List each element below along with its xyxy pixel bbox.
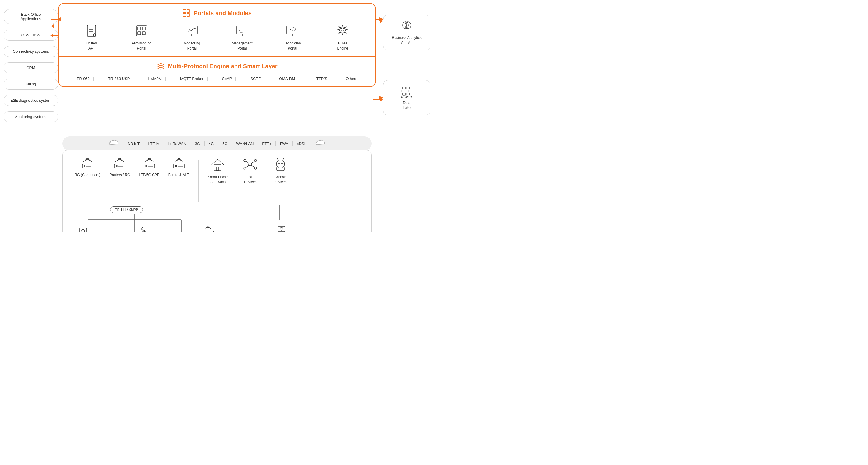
sensors-right-icon (277, 224, 286, 232)
femto-mifi-icon (171, 158, 187, 170)
svg-rect-12 (183, 10, 186, 12)
portal-unified-api: Unified API (68, 23, 115, 51)
connection-lines-svg (81, 205, 258, 232)
svg-point-64 (244, 167, 246, 169)
svg-point-72 (281, 163, 283, 164)
portals-title: Portals and Modules (68, 9, 366, 17)
svg-line-66 (246, 161, 249, 163)
svg-rect-36 (287, 26, 298, 34)
management-label: Management Portal (232, 41, 253, 51)
svg-line-67 (251, 161, 254, 163)
iot-devices-label: IoTDevices (244, 175, 257, 185)
svg-line-69 (251, 165, 254, 167)
cloud-right-icon (315, 139, 326, 148)
sidebar-billing: Billing (4, 78, 58, 90)
protocol-scef: SCEF (247, 76, 265, 81)
iot-icon (243, 158, 258, 172)
svg-line-74 (283, 158, 284, 160)
device-routers-rg: Routers / RG (109, 158, 130, 177)
diagram-container: Back-Office Applications OSS / BSS Conne… (0, 0, 434, 232)
data-lake-box: 1 0 1 0 1 0 1 0 1 Data Lake (383, 80, 430, 115)
svg-line-73 (277, 158, 278, 160)
svg-point-8 (406, 25, 407, 26)
portal-provisioning: Provisioning Portal (118, 23, 165, 51)
lte-cpe-label: LTE/5G CPE (139, 173, 159, 177)
protocol-http-s: HTTP/S (310, 76, 331, 81)
devices-divider (198, 160, 199, 202)
svg-point-19 (93, 34, 96, 36)
svg-point-65 (254, 167, 257, 169)
rules-engine-icon (335, 23, 350, 38)
svg-point-62 (244, 159, 246, 162)
data-lake-label: Data Lake (389, 101, 425, 111)
svg-rect-94 (278, 226, 285, 232)
sidebar-crm: CRM (4, 62, 58, 73)
protocol-mqtt-broker: MQTT Broker (177, 76, 208, 81)
svg-rect-24 (143, 32, 146, 35)
connectivity-5g: 5G (218, 141, 232, 146)
portals-icons-row: Unified API Provisioning Portal (68, 23, 366, 51)
smart-home-label: Smart HomeGateways (208, 175, 228, 185)
svg-point-71 (278, 163, 280, 164)
svg-rect-21 (138, 27, 141, 30)
smart-home-icon (210, 158, 225, 172)
protocol-others: Others (342, 76, 361, 81)
business-analytics-label: Business Analytics AI / ML (389, 35, 425, 45)
rules-engine-label: Rules Engine (337, 41, 348, 51)
provisioning-label: Provisioning Portal (132, 41, 151, 51)
android-devices-label: Androiddevices (274, 175, 286, 185)
unified-api-icon (84, 23, 99, 38)
arrow-oss-bss (51, 34, 59, 37)
connectivity-fttx: FTTx (258, 141, 276, 146)
connectivity-xdsl: xDSL (293, 141, 311, 146)
connectivity-lorawan: LoRaWAN (164, 141, 191, 146)
portals-section: Portals and Modules (59, 4, 375, 57)
connectivity-wan-lan: WAN/LAN (232, 141, 258, 146)
device-femto-mifi: Femto & MiFi (168, 158, 189, 177)
right-sub-devices: Devices& Sensors (271, 205, 289, 232)
svg-rect-14 (183, 14, 186, 16)
protocol-oma-dm: OMA-DM (276, 76, 299, 81)
sidebar-oss-bss: OSS / BSS (4, 30, 58, 41)
portal-monitoring: Monitoring Portal (168, 23, 216, 51)
management-icon: >_ (235, 23, 250, 38)
svg-rect-75 (277, 167, 284, 170)
svg-point-52 (146, 165, 147, 167)
portal-management: >_ Management Portal (218, 23, 266, 51)
svg-rect-25 (186, 26, 197, 34)
svg-text:>_: >_ (238, 29, 243, 33)
lte-cpe-icon (142, 158, 157, 170)
svg-point-56 (176, 165, 177, 167)
arrow-business-analytics (373, 19, 383, 23)
protocol-lwm2m: LwM2M (145, 76, 166, 81)
svg-point-95 (280, 228, 283, 230)
sidebar-back-office: Back-Office Applications (4, 9, 58, 24)
sub-devices-area: TR-111 / XMPP Devices& Sensors (74, 205, 360, 232)
main-orange-box: Portals and Modules (58, 3, 376, 87)
device-android: Androiddevices (273, 158, 288, 185)
monitoring-icon (184, 23, 199, 38)
svg-point-44 (84, 165, 85, 167)
svg-rect-60 (216, 167, 219, 170)
routers-rg-icon (112, 158, 127, 170)
monitoring-label: Monitoring Portal (183, 41, 200, 51)
device-lte-cpe: LTE/5G CPE (139, 158, 159, 177)
engine-section: Multi-Protocol Engine and Smart Layer TR… (59, 57, 375, 86)
tr111-badge: TR-111 / XMPP (110, 206, 143, 213)
business-analytics-box: Business Analytics AI / ML (383, 15, 430, 51)
unified-api-label: Unified API (86, 41, 97, 51)
cloud-left-icon (108, 139, 119, 148)
routers-rg-label: Routers / RG (109, 173, 130, 177)
connectivity-fwa: FWA (276, 141, 293, 146)
rg-containers-icon (80, 158, 95, 170)
svg-rect-59 (214, 165, 221, 170)
left-devices-group: RG (Containers) (74, 158, 189, 177)
devices-box: RG (Containers) (62, 150, 372, 232)
right-sidebar: Business Analytics AI / ML 1 0 1 0 1 0 1… (383, 9, 430, 115)
svg-point-63 (254, 159, 257, 162)
svg-point-61 (249, 163, 252, 166)
device-smart-home: Smart HomeGateways (208, 158, 228, 185)
technician-icon (285, 23, 300, 38)
protocols-row: TR-069TR-369 USPLwM2MMQTT BrokerCoAPSCEF… (68, 76, 366, 81)
sidebar-e2e: E2E diagnostics system (4, 95, 58, 106)
